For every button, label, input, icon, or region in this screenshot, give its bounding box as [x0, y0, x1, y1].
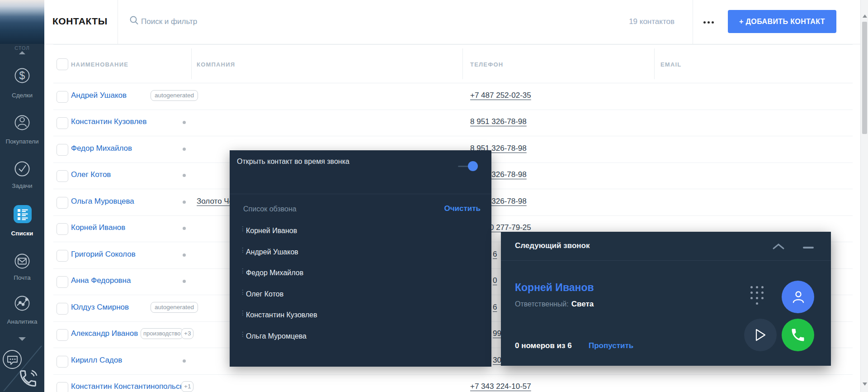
open-contact-card-button[interactable] [782, 281, 814, 313]
contact-name-link[interactable]: Юлдуз Смирнов [71, 303, 129, 312]
phone-link-fragment[interactable]: 0 [493, 276, 497, 285]
scrollbar-thumb[interactable] [862, 22, 867, 134]
dialpad-dot [750, 297, 753, 299]
contact-name-link[interactable]: Кирилл Садов [71, 356, 122, 365]
collapsed-tag-dot [183, 148, 186, 151]
clear-call-list-button[interactable]: Очистить [444, 204, 481, 213]
drag-handle-icon: ⋮ [240, 311, 246, 315]
next-call-panel-header: Следующий звонок [501, 232, 831, 261]
row-checkbox[interactable] [57, 303, 68, 315]
contact-name-link[interactable]: Константин Константинопольский [71, 382, 192, 391]
sidebar-top-label: СТОЛ [0, 45, 44, 51]
column-header-company[interactable]: КОМПАНИЯ [197, 61, 235, 68]
tag-more-pill: +3 [181, 328, 193, 339]
sidebar-item-label: Задачи [0, 182, 44, 189]
row-checkbox[interactable] [57, 382, 68, 392]
call-list-item[interactable]: ⋮Константин Кузовлев [230, 310, 491, 321]
call-list-item[interactable]: ⋮Ольга Муромцева [230, 331, 491, 342]
call-list-item-name: Андрей Ушаков [246, 248, 298, 256]
call-list-item-name: Федор Михайлов [246, 269, 303, 277]
svg-text:$: $ [19, 70, 25, 81]
phone-link-fragment[interactable]: 6 [493, 303, 497, 312]
drag-handle-icon: ⋮ [240, 290, 246, 294]
skip-button[interactable]: Пропустить [589, 341, 633, 350]
tag-pill: производство [141, 328, 183, 339]
collapsed-tag-dot [183, 201, 186, 204]
contact-person-icon [790, 289, 806, 305]
sidebar-scroll-up-icon[interactable] [19, 51, 25, 54]
phone-link-fragment[interactable]: 6 [493, 250, 497, 259]
sidebar-item-buyers[interactable] [0, 112, 44, 134]
open-contact-toggle[interactable] [468, 161, 478, 171]
contact-name-link[interactable]: Константин Кузовлев [71, 117, 147, 126]
dialpad-dot [756, 302, 758, 305]
dialpad-icon[interactable] [750, 286, 769, 308]
sidebar-item-deals[interactable]: $ [0, 65, 44, 87]
row-checkbox[interactable] [57, 223, 68, 235]
phone-link-fragment[interactable]: 30 [493, 356, 501, 365]
call-list-item[interactable]: ⋮Федор Михайлов [230, 268, 491, 279]
contact-name-link[interactable]: Анна Федоровна [71, 276, 131, 285]
sidebar-item-mail[interactable] [0, 251, 44, 272]
collapse-chevron-up-icon[interactable] [772, 243, 785, 250]
contact-name-link[interactable]: Григорий Соколов [71, 250, 136, 259]
row-checkbox[interactable] [57, 144, 68, 156]
tag-pill: autogenerated [151, 90, 198, 101]
row-checkbox[interactable] [57, 329, 68, 341]
header-divider [693, 0, 693, 44]
open-contact-toggle-label: Открыть контакт во время звонка [237, 156, 382, 167]
call-list-item[interactable]: ⋮Андрей Ушаков [230, 247, 491, 258]
column-header-name[interactable]: НАИМЕНОВАНИЕ [71, 61, 128, 68]
contact-name-link[interactable]: Корней Иванов [71, 223, 125, 232]
call-list-item[interactable]: ⋮Олег Котов [230, 289, 491, 300]
next-call-title: Следующий звонок [515, 241, 590, 250]
row-checkbox[interactable] [57, 91, 68, 103]
more-options-icon[interactable] [703, 20, 718, 24]
contact-name-link[interactable]: Олег Котов [71, 170, 111, 179]
contact-name-link[interactable]: Александр Иванов [71, 329, 138, 338]
call-list-dropdown: Открыть контакт во время звонка Список о… [230, 150, 491, 367]
sidebar-item-lists[interactable] [0, 204, 44, 226]
row-checkbox[interactable] [57, 117, 68, 129]
contact-name-link[interactable]: Андрей Ушаков [71, 91, 127, 100]
phone-link[interactable]: +7 343 224-10-57 [470, 382, 531, 391]
column-header-phone[interactable]: ТЕЛЕФОН [470, 61, 503, 68]
phone-icon[interactable] [18, 368, 38, 388]
drag-handle-icon: ⋮ [240, 248, 246, 252]
select-all-checkbox[interactable] [57, 58, 68, 70]
scrollbar-up-icon[interactable] [863, 14, 867, 18]
search-icon [129, 15, 139, 25]
column-divider [654, 48, 655, 79]
row-checkbox[interactable] [57, 276, 68, 288]
collapsed-tag-dot [183, 227, 186, 230]
minimize-icon[interactable] [803, 247, 814, 249]
play-button[interactable] [744, 319, 777, 351]
phone-link[interactable]: 8 951 326-78-98 [470, 117, 527, 126]
dialpad-dot [756, 297, 758, 299]
header-divider [118, 0, 118, 44]
page-scrollbar[interactable] [860, 0, 868, 392]
sidebar-item-tasks[interactable] [0, 158, 44, 180]
contact-name-link[interactable]: Ольга Муровцева [71, 197, 134, 206]
workspace-photo [0, 0, 44, 44]
call-list-item-name: Константин Кузовлев [246, 311, 317, 319]
row-checkbox[interactable] [57, 250, 68, 262]
row-checkbox[interactable] [57, 356, 68, 368]
sidebar-item-analytics[interactable] [0, 293, 44, 315]
scrollbar-down-icon[interactable] [863, 382, 867, 386]
add-contact-button[interactable]: + ДОБАВИТЬ КОНТАКТ [728, 10, 836, 33]
call-list-item[interactable]: ⋮Корней Иванов [230, 226, 491, 237]
phone-handset-icon [790, 327, 806, 343]
column-header-email[interactable]: EMAIL [660, 61, 681, 68]
row-checkbox[interactable] [57, 170, 68, 182]
analytics-icon [12, 293, 32, 313]
chat-icon[interactable] [2, 349, 22, 369]
row-checkbox[interactable] [57, 197, 68, 209]
call-button[interactable] [782, 319, 814, 351]
contact-name-link[interactable]: Федор Михайлов [71, 144, 132, 153]
phone-link[interactable]: +7 487 252-02-35 [470, 91, 531, 100]
sidebar: СТОЛ $СделкиПокупателиЗадачиСпискиПочтаА… [0, 0, 44, 392]
phone-link-fragment[interactable]: 99 [493, 329, 501, 338]
next-call-contact-link[interactable]: Корней Иванов [515, 282, 594, 294]
sidebar-scroll-down-icon[interactable] [19, 337, 26, 341]
